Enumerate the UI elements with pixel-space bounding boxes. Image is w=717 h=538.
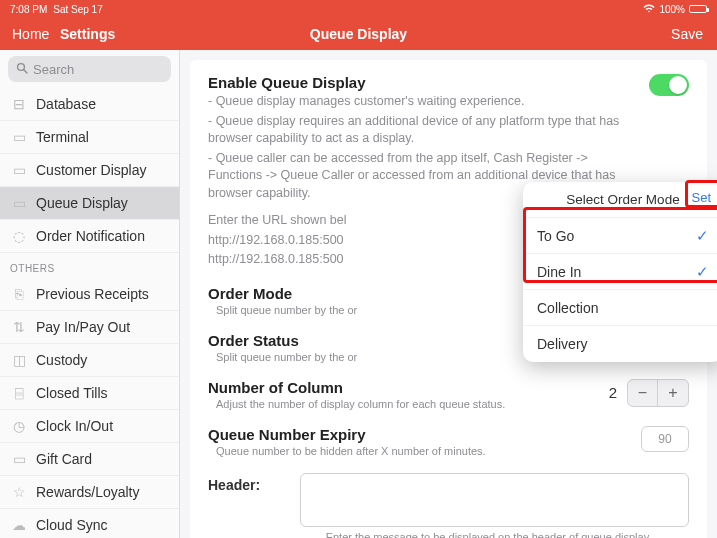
sidebar-item-customer-display[interactable]: ▭Customer Display xyxy=(0,154,179,187)
sidebar-item-label: Terminal xyxy=(36,129,89,145)
stepper-plus[interactable]: + xyxy=(658,380,688,406)
sidebar-item-closed-tills[interactable]: ⌸Closed Tills xyxy=(0,377,179,410)
nav-bar: Home Settings Queue Display Save xyxy=(0,18,717,50)
sidebar-item-gift-card[interactable]: ▭Gift Card xyxy=(0,443,179,476)
settings-title: Settings xyxy=(60,26,115,42)
sidebar-item-cloud-sync[interactable]: ☁Cloud Sync xyxy=(0,509,179,538)
popover-row-togo[interactable]: To Go ✓ xyxy=(523,218,717,254)
battery-pct: 100% xyxy=(659,4,685,15)
sidebar-item-label: Pay In/Pay Out xyxy=(36,319,130,335)
popover-row-label: Delivery xyxy=(537,336,588,352)
numcol-stepper: − + xyxy=(627,379,689,407)
sidebar-item-label: Order Notification xyxy=(36,228,145,244)
content-area: Enable Queue Display - Queue display man… xyxy=(180,50,717,538)
star-icon: ☆ xyxy=(10,483,28,501)
popover-row-label: To Go xyxy=(537,228,574,244)
numcol-title: Number of Column xyxy=(208,379,609,396)
sidebar: Search ⊟Database ▭Terminal ▭Customer Dis… xyxy=(0,50,180,538)
database-icon: ⊟ xyxy=(10,95,28,113)
sidebar-item-label: Rewards/Loyalty xyxy=(36,484,140,500)
check-icon: ✓ xyxy=(696,263,709,281)
stepper-minus[interactable]: − xyxy=(628,380,658,406)
header-caption: Enter the message to be displayed on the… xyxy=(288,531,689,539)
sidebar-item-clock-in-out[interactable]: ◷Clock In/Out xyxy=(0,410,179,443)
enable-desc1: - Queue display manages customer's waiti… xyxy=(208,93,639,111)
sidebar-item-order-notification[interactable]: ◌Order Notification xyxy=(0,220,179,253)
sidebar-item-label: Database xyxy=(36,96,96,112)
url-intro: Enter the URL shown bel xyxy=(208,213,347,227)
sidebar-item-label: Closed Tills xyxy=(36,385,108,401)
battery-icon xyxy=(689,5,707,13)
popover-row-collection[interactable]: Collection xyxy=(523,290,717,326)
expiry-desc: Queue number to be hidden after X number… xyxy=(208,445,641,457)
sidebar-item-rewards[interactable]: ☆Rewards/Loyalty xyxy=(0,476,179,509)
clock-icon: ◷ xyxy=(10,417,28,435)
sidebar-item-previous-receipts[interactable]: ⎘Previous Receipts xyxy=(0,278,179,311)
popover-row-label: Collection xyxy=(537,300,598,316)
custody-icon: ◫ xyxy=(10,351,28,369)
numcol-value: 2 xyxy=(609,384,617,401)
sidebar-item-label: Clock In/Out xyxy=(36,418,113,434)
queue-icon: ▭ xyxy=(10,194,28,212)
cash-icon: ⇅ xyxy=(10,318,28,336)
popover-set-button[interactable]: Set xyxy=(687,188,715,207)
header-label: Header: xyxy=(208,473,288,493)
sidebar-item-queue-display[interactable]: ▭Queue Display xyxy=(0,187,179,220)
sidebar-item-label: Customer Display xyxy=(36,162,146,178)
enable-toggle[interactable] xyxy=(649,74,689,96)
sidebar-item-label: Queue Display xyxy=(36,195,128,211)
home-link[interactable]: Home xyxy=(12,26,49,42)
sidebar-item-database[interactable]: ⊟Database xyxy=(0,88,179,121)
check-icon: ✓ xyxy=(696,227,709,245)
search-placeholder: Search xyxy=(33,62,74,77)
sidebar-item-pay-in-out[interactable]: ⇅Pay In/Pay Out xyxy=(0,311,179,344)
popover-title-text: Select Order Mode xyxy=(566,192,679,207)
popover-row-delivery[interactable]: Delivery xyxy=(523,326,717,362)
popover-title: Select Order Mode Set xyxy=(523,182,717,218)
status-time: 7:08 PM xyxy=(10,4,47,15)
expiry-input[interactable]: 90 xyxy=(641,426,689,452)
save-button[interactable]: Save xyxy=(671,26,703,42)
search-icon xyxy=(16,62,28,77)
terminal-icon: ▭ xyxy=(10,128,28,146)
till-icon: ⌸ xyxy=(10,384,28,402)
sidebar-item-terminal[interactable]: ▭Terminal xyxy=(0,121,179,154)
sidebar-section-others: OTHERS xyxy=(0,253,179,278)
wifi-icon xyxy=(643,4,655,15)
status-date: Sat Sep 17 xyxy=(53,4,102,15)
gift-icon: ▭ xyxy=(10,450,28,468)
order-mode-popover: Select Order Mode Set To Go ✓ Dine In ✓ … xyxy=(523,182,717,362)
enable-title: Enable Queue Display xyxy=(208,74,639,91)
header-textarea[interactable] xyxy=(300,473,689,527)
enable-desc2: - Queue display requires an additional d… xyxy=(208,113,639,148)
status-bar: 7:08 PM Sat Sep 17 100% xyxy=(0,0,717,18)
sidebar-item-label: Cloud Sync xyxy=(36,517,108,533)
numcol-desc: Adjust the number of display column for … xyxy=(208,398,609,410)
page-title: Queue Display xyxy=(310,26,407,42)
sidebar-item-label: Previous Receipts xyxy=(36,286,149,302)
expiry-title: Queue Number Expiry xyxy=(208,426,641,443)
sidebar-item-custody[interactable]: ◫Custody xyxy=(0,344,179,377)
display-icon: ▭ xyxy=(10,161,28,179)
search-input[interactable]: Search xyxy=(8,56,171,82)
sidebar-item-label: Custody xyxy=(36,352,87,368)
svg-line-1 xyxy=(24,69,27,72)
sidebar-item-label: Gift Card xyxy=(36,451,92,467)
cloud-icon: ☁ xyxy=(10,516,28,534)
receipt-icon: ⎘ xyxy=(10,285,28,303)
popover-row-label: Dine In xyxy=(537,264,581,280)
bell-icon: ◌ xyxy=(10,227,28,245)
popover-row-dinein[interactable]: Dine In ✓ xyxy=(523,254,717,290)
